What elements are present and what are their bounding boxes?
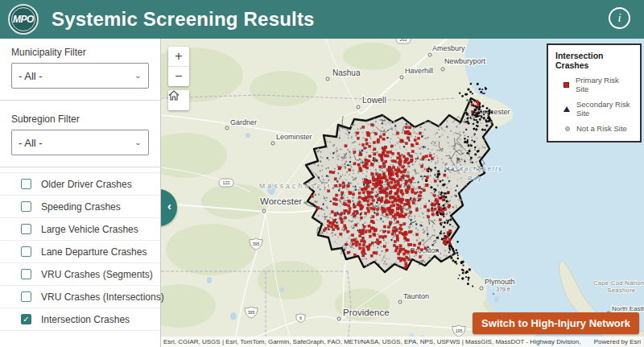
map-label-elev: 379 ft — [496, 287, 511, 292]
gray-dot-icon — [565, 126, 570, 131]
svg-text:202: 202 — [399, 39, 407, 42]
city-label: Amesbury — [432, 44, 465, 52]
chevron-left-icon: ‹ — [167, 199, 171, 213]
city-label: Taunton — [403, 292, 429, 300]
city-label: Worcester — [260, 196, 302, 206]
legend-item-not-risk: Not a Risk Site — [564, 124, 634, 133]
city-marker — [400, 76, 403, 79]
city-label: Haverhill — [405, 67, 433, 75]
subregion-filter-label: Subregion Filter — [11, 114, 149, 125]
home-button[interactable] — [168, 90, 189, 110]
checkbox-icon[interactable] — [21, 179, 31, 189]
map-label-state: Massachusetts — [259, 182, 338, 190]
layer-older-driver-crashes[interactable]: Older Driver Crashes — [0, 172, 160, 196]
city-label: Leominster — [276, 133, 312, 141]
layer-checkbox-list: Older Driver Crashes Speeding Crashes La… — [0, 172, 160, 331]
route-shield-6: 6 — [296, 314, 305, 323]
municipality-filter-value: - All - — [19, 70, 43, 82]
map-label-park: Seashore — [607, 287, 635, 294]
city-marker — [326, 77, 329, 81]
sidebar-divider — [0, 100, 160, 101]
chevron-down-icon: ⌄ — [134, 138, 142, 147]
city-marker — [262, 209, 266, 213]
mpo-logo: MPO — [8, 4, 39, 35]
city-label: Plymouth — [485, 278, 515, 286]
switch-to-high-injury-network-button[interactable]: Switch to High-Injury Network — [473, 312, 639, 334]
sidebar: Municipality Filter - All - ⌄ Subregion … — [0, 39, 161, 347]
svg-text:122: 122 — [222, 180, 229, 185]
zoom-control: + − — [168, 47, 189, 86]
mpo-logo-text: MPO — [13, 14, 34, 25]
attribution-powered-by: Powered by Esri — [594, 338, 641, 345]
layer-lane-departure-crashes[interactable]: Lane Departure Crashes — [0, 241, 160, 263]
svg-text:395: 395 — [253, 242, 260, 246]
svg-text:395: 395 — [248, 310, 255, 315]
dark-triangle-icon — [564, 106, 570, 112]
city-marker — [271, 142, 275, 145]
municipality-filter-select[interactable]: - All - ⌄ — [11, 63, 149, 89]
city-marker — [337, 317, 341, 320]
city-label: North Eastham — [612, 305, 644, 312]
city-label: Nashua — [332, 68, 361, 77]
municipality-filter-label: Municipality Filter — [11, 47, 149, 58]
checkbox-icon[interactable] — [21, 269, 31, 279]
map-label-park: Cape Cod National — [593, 279, 644, 287]
city-label: Providence — [343, 308, 390, 317]
layer-large-vehicle-crashes[interactable]: Large Vehicle Crashes — [0, 218, 160, 241]
layer-vru-crashes-segments[interactable]: VRU Crashes (Segments) — [0, 263, 160, 286]
map-canvas[interactable]: 2021223953956195MassachusettsBayMassachu… — [161, 39, 644, 347]
city-marker — [225, 126, 229, 130]
city-marker — [357, 105, 360, 109]
attribution-sources: Esri, CGIAR, USGS | Esri, TomTom, Garmin… — [163, 338, 583, 345]
checkbox-icon[interactable] — [21, 246, 31, 257]
legend-panel: Intersection Crashes Primary Risk Site S… — [547, 43, 642, 143]
zoom-in-button[interactable]: + — [168, 47, 189, 66]
checkbox-icon[interactable] — [21, 201, 31, 212]
svg-text:6: 6 — [299, 316, 302, 320]
chevron-down-icon: ⌄ — [134, 72, 142, 80]
zoom-out-button[interactable]: − — [168, 66, 189, 86]
city-label: Newburyport — [444, 57, 486, 65]
svg-text:195: 195 — [456, 328, 463, 333]
layer-vru-crashes-intersections[interactable]: VRU Crashes (Intersections) — [0, 286, 160, 308]
legend-item-secondary: Secondary Risk Site — [564, 100, 634, 118]
municipality-filter-block: Municipality Filter - All - ⌄ — [0, 39, 160, 98]
page-title: Systemic Screening Results — [52, 8, 315, 31]
checkbox-icon[interactable] — [21, 291, 31, 302]
city-marker — [428, 53, 431, 56]
city-marker — [398, 300, 402, 304]
city-marker — [441, 68, 444, 71]
app-header: MPO Systemic Screening Results i — [0, 0, 644, 39]
subregion-filter-block: Subregion Filter - All - ⌄ — [0, 105, 160, 165]
checkbox-icon[interactable] — [21, 314, 31, 324]
city-label: Lowell — [362, 95, 386, 105]
sidebar-divider — [0, 167, 160, 167]
checkbox-icon[interactable] — [21, 224, 31, 234]
legend-item-primary: Primary Risk Site — [564, 76, 634, 93]
subregion-filter-value: - All - — [19, 137, 43, 149]
route-shield-202: 202 — [396, 39, 411, 43]
city-label: Gardner — [230, 118, 257, 126]
map-label-bay: Massachusetts — [444, 165, 503, 172]
map-attribution: Esri, CGIAR, USGS | Esri, TomTom, Garmin… — [161, 337, 644, 347]
layer-speeding-crashes[interactable]: Speeding Crashes — [0, 196, 160, 218]
route-shield-122: 122 — [219, 179, 233, 187]
red-square-icon — [564, 82, 569, 88]
layer-intersection-crashes[interactable]: Intersection Crashes — [0, 308, 160, 331]
subregion-filter-select[interactable]: - All - ⌄ — [11, 130, 149, 155]
info-icon[interactable]: i — [609, 7, 630, 29]
city-marker — [480, 287, 483, 290]
home-icon — [168, 90, 180, 101]
legend-title: Intersection Crashes — [555, 51, 634, 70]
map-label-bay: Bay — [468, 175, 482, 182]
systemic-screening-app: MPO Systemic Screening Results i Municip… — [0, 0, 644, 347]
